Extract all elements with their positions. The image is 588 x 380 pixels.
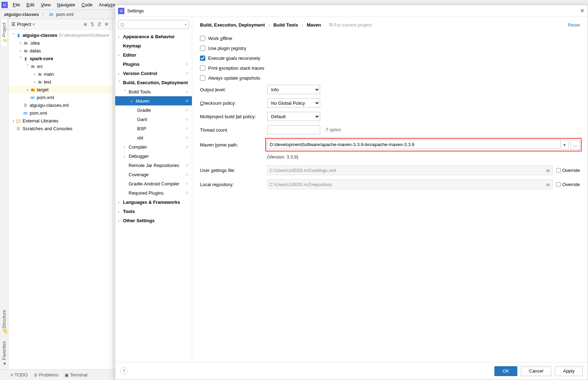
crumb-project[interactable]: atguigu-classes (4, 12, 39, 17)
tab-problems[interactable]: ⊘ Problems (34, 372, 58, 378)
chevron-right-icon[interactable]: › (11, 118, 16, 123)
close-icon[interactable]: × (580, 7, 584, 15)
stree-sbt[interactable]: sbt⛭ (115, 133, 192, 142)
stree-gradle-android[interactable]: Gradle-Android Compiler⛭ (115, 179, 192, 188)
crumb-file[interactable]: pom.xml (56, 12, 74, 17)
stree-tools[interactable]: ›Tools (115, 207, 192, 216)
stree-langs[interactable]: ›Languages & Frameworks (115, 197, 192, 207)
stree-plugins[interactable]: Plugins⛭ (115, 59, 192, 69)
browse-button[interactable]: … (571, 140, 580, 150)
menu-file[interactable]: File (10, 1, 23, 8)
menu-code[interactable]: Code (79, 1, 95, 8)
select-output-level[interactable]: Info (267, 85, 320, 94)
chevron-down-icon[interactable]: ˅ (18, 56, 23, 61)
select-failpolicy[interactable]: Default (267, 112, 320, 121)
check-plugin-registry[interactable]: Use plugin registry (200, 43, 580, 53)
input-local-repo[interactable]: C:\Users\14533\.m2\repository🖿 (267, 179, 553, 189)
select-checksum[interactable]: No Global Policy (267, 98, 320, 108)
tab-todo[interactable]: ≡ TODO (11, 372, 28, 378)
stree-compiler[interactable]: ›Compiler⛭ (115, 142, 192, 151)
crumb-bed[interactable]: Build, Execution, Deployment (200, 22, 265, 28)
dropdown-icon[interactable]: ▾ (33, 22, 35, 27)
stree-maven[interactable]: ›Maven⛭ (115, 96, 192, 105)
checkbox-exception[interactable] (200, 65, 205, 71)
chevron-down-icon[interactable]: ˅ (25, 64, 30, 69)
stree-bed[interactable]: ˅Build, Execution, Deployment (115, 78, 192, 87)
apply-button[interactable]: Apply (555, 366, 583, 376)
tree-main[interactable]: › 🖿 main (8, 70, 113, 78)
chevron-right-icon[interactable]: › (25, 87, 30, 92)
chevron-right-icon[interactable]: › (18, 48, 23, 53)
cancel-button[interactable]: Cancel (521, 366, 551, 376)
help-icon[interactable]: ? (120, 367, 128, 375)
stree-gradle[interactable]: Gradle⛭ (115, 105, 192, 115)
stree-appearance[interactable]: ›Appearance & Behavior (115, 32, 192, 41)
stree-coverage[interactable]: Coverage⛭ (115, 170, 192, 179)
menu-navigate[interactable]: Navigate (54, 1, 78, 8)
reset-link[interactable]: Reset (568, 22, 580, 28)
chevron-right-icon[interactable]: › (33, 71, 37, 77)
check-snapshots[interactable]: Always update snapshots (200, 73, 580, 83)
stree-vcs[interactable]: ›Version Control⛭ (115, 69, 192, 78)
checkbox-recursive[interactable] (200, 56, 205, 61)
stree-keymap[interactable]: Keymap (115, 41, 192, 50)
checkbox-snapshots[interactable] (200, 75, 205, 81)
tree-scratches[interactable]: 🗎 Scratches and Consoles (8, 125, 113, 132)
chevron-right-icon[interactable]: › (33, 79, 37, 85)
chevron-right-icon[interactable]: › (18, 40, 23, 46)
search-input[interactable] (125, 22, 185, 27)
input-user-settings[interactable]: C:\Users\14533\.m2\settings.xml🖿 (267, 165, 553, 175)
menu-edit[interactable]: Edit (24, 1, 37, 8)
tree-src[interactable]: ˅ 🖿 src (8, 62, 113, 70)
tree-test[interactable]: › 🖿 test (8, 78, 113, 86)
stree-required-plugins[interactable]: Required Plugins⛭ (115, 188, 192, 197)
tree-external-libs[interactable]: › ▯▯ External Libraries (8, 117, 113, 125)
check-recursive[interactable]: Execute goals recursively (200, 53, 580, 63)
tab-project[interactable]: 📁 Project (0, 19, 8, 46)
project-title[interactable]: Project (17, 22, 31, 27)
tree-root[interactable]: ˅ ▮ atguigu-classes D:\developmentSoftwa… (8, 31, 113, 39)
override-user-settings[interactable]: Override (556, 168, 580, 173)
tree-target[interactable]: › 🖿 target (8, 86, 113, 93)
stree-gant[interactable]: Gant⛭ (115, 115, 192, 124)
input-thread[interactable] (267, 125, 320, 134)
input-maven-home[interactable] (267, 140, 561, 149)
stree-debugger[interactable]: ›Debugger (115, 151, 192, 161)
chevron-down-icon[interactable]: ▾ (561, 140, 569, 150)
gear-icon: ⛭ (185, 99, 189, 103)
chevron-down-icon[interactable]: ▾ (185, 23, 187, 27)
tab-terminal[interactable]: ▣ Terminal (65, 372, 87, 378)
tree-pom2[interactable]: m pom.xml (8, 109, 113, 117)
tree-iml[interactable]: 🗎 atguigu-classes.iml (8, 101, 113, 109)
stree-build-tools[interactable]: ˅Build Tools⛭ (115, 87, 192, 96)
ok-button[interactable]: OK (494, 366, 517, 376)
check-exception[interactable]: Print exception stack traces (200, 63, 580, 73)
chevron-down-icon[interactable]: ˅ (11, 33, 16, 38)
tab-favorites[interactable]: ★ Favorites (1, 338, 7, 369)
folder-icon[interactable]: 🖿 (546, 168, 550, 173)
stree-remote-jar[interactable]: Remote Jar Repositories⛭ (115, 161, 192, 170)
check-work-offline[interactable]: Work offline (200, 33, 580, 43)
tree-idea[interactable]: › 🖿 .idea (8, 39, 113, 47)
folder-icon[interactable]: 🖿 (546, 182, 550, 187)
crumb-build-tools[interactable]: Build Tools (274, 22, 298, 28)
settings-search[interactable]: Q ▾ (118, 20, 189, 29)
menu-view[interactable]: View (38, 1, 53, 8)
stree-other[interactable]: ›Other Settings (115, 216, 192, 225)
tree-spark-core[interactable]: ˅ ▮ spark-core (8, 54, 113, 62)
checkbox-offline[interactable] (200, 36, 205, 41)
expand-icon[interactable]: ⇅ (89, 22, 96, 27)
tree-datas[interactable]: › 🖿 datas (8, 47, 113, 54)
gear-icon[interactable]: ✲ (103, 22, 110, 27)
checkbox-registry[interactable] (200, 46, 205, 51)
collapse-icon[interactable]: ⇵ (96, 22, 103, 27)
checkbox-override-1[interactable] (556, 168, 561, 173)
project-scope-hint: ⧉For current project (329, 22, 371, 28)
override-local-repo[interactable]: Override (556, 182, 580, 187)
checkbox-override-2[interactable] (556, 182, 561, 187)
tab-structure[interactable]: 📐 Structure (1, 306, 7, 338)
locate-icon[interactable]: ⊕ (82, 22, 89, 27)
tree-pom1[interactable]: m pom.xml (8, 93, 113, 101)
stree-editor[interactable]: ›Editor (115, 50, 192, 59)
stree-bsp[interactable]: BSP⛭ (115, 124, 192, 133)
